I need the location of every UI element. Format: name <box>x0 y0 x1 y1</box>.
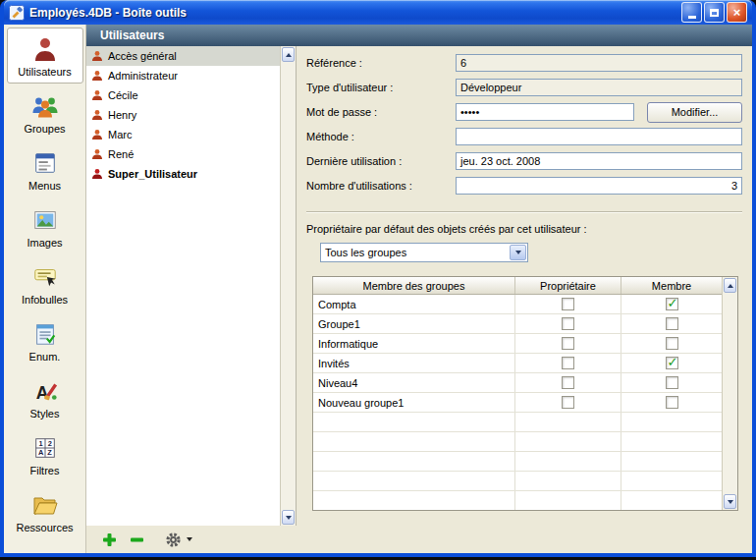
column-header-proprietaire: Propriétaire <box>515 277 621 294</box>
minimize-button[interactable] <box>681 2 702 23</box>
scroll-down-button[interactable] <box>282 510 295 525</box>
proprietaire-checkbox[interactable] <box>562 357 574 369</box>
last-use-field[interactable]: jeu. 23 oct. 2008 <box>456 152 742 170</box>
add-user-button[interactable] <box>102 532 117 547</box>
empty-table-row <box>313 491 722 511</box>
user-row[interactable]: René <box>86 144 280 164</box>
user-row[interactable]: Accès général <box>86 46 280 66</box>
maximize-icon <box>710 9 719 17</box>
password-label: Mot de passe : <box>306 106 456 118</box>
table-header: Membre des groupes Propriétaire Membre <box>313 277 722 295</box>
arrow-down-icon <box>728 500 733 504</box>
table-row[interactable]: Informatique <box>313 334 722 354</box>
membre-checkbox[interactable] <box>666 317 678 330</box>
last-use-label: Dernière utilisation : <box>306 155 456 167</box>
user-icon <box>91 50 103 62</box>
sidebar: Utilisateurs Groupes Menus Images <box>4 25 86 553</box>
table-row[interactable]: Invités <box>313 354 722 373</box>
selected-owner: Tous les groupes <box>325 247 406 258</box>
sidebar-item-infobulles[interactable]: Infobulles <box>7 255 83 311</box>
empty-table-row <box>313 413 722 432</box>
close-button[interactable]: × <box>727 2 747 23</box>
table-row[interactable]: Nouveau groupe1 <box>313 393 722 413</box>
remove-user-button[interactable] <box>130 532 144 547</box>
title-bar[interactable]: Employés.4DB - Boîte outils × <box>4 0 752 25</box>
images-icon <box>30 205 60 235</box>
scroll-down-button[interactable] <box>724 494 736 509</box>
proprietaire-checkbox[interactable] <box>562 376 574 389</box>
user-list: Accès général Administrateur Cécile <box>86 46 297 526</box>
default-owner-label: Propriétaire par défaut des objets créés… <box>306 223 742 235</box>
arrow-up-icon <box>728 284 733 288</box>
user-icon <box>91 89 103 101</box>
modify-password-button[interactable]: Modifier... <box>647 102 742 123</box>
user-row[interactable]: Henry <box>86 105 280 125</box>
scroll-up-button[interactable] <box>282 47 295 62</box>
maximize-button[interactable] <box>704 2 725 23</box>
svg-text:A: A <box>35 383 48 403</box>
membre-checkbox[interactable] <box>666 376 678 389</box>
membre-checkbox[interactable] <box>666 298 678 310</box>
table-row[interactable]: Groupe1 <box>313 314 722 334</box>
user-row[interactable]: Marc <box>86 125 280 144</box>
user-icon <box>91 70 103 82</box>
styles-icon: A <box>30 376 60 406</box>
password-field[interactable]: ••••• <box>456 103 634 121</box>
chevron-down-icon <box>187 537 192 541</box>
membre-checkbox[interactable] <box>666 357 678 369</box>
empty-table-row <box>313 432 722 452</box>
users-icon <box>30 34 60 64</box>
svg-text:A: A <box>38 448 44 457</box>
default-owner-select[interactable]: Tous les groupes <box>320 243 528 262</box>
user-row[interactable]: Administrateur <box>86 66 280 85</box>
sidebar-item-images[interactable]: Images <box>7 198 83 254</box>
membre-checkbox[interactable] <box>666 396 678 409</box>
proprietaire-checkbox[interactable] <box>562 337 574 350</box>
table-row[interactable]: Compta <box>313 295 722 314</box>
sidebar-item-utilisateurs[interactable]: Utilisateurs <box>7 28 83 84</box>
method-label: Méthode : <box>306 131 456 142</box>
svg-text:Z: Z <box>47 448 52 457</box>
user-icon <box>91 109 103 121</box>
sidebar-item-menus[interactable]: Menus <box>7 141 83 197</box>
actions-menu-button[interactable] <box>165 532 192 548</box>
proprietaire-checkbox[interactable] <box>562 317 574 330</box>
filters-icon: 12AZ <box>30 433 60 463</box>
empty-table-row <box>313 452 722 472</box>
tooltip-icon <box>30 262 60 292</box>
groups-icon <box>30 91 60 121</box>
method-field[interactable] <box>456 128 742 145</box>
panel-title: Utilisateurs <box>100 28 164 42</box>
enum-icon <box>30 319 60 349</box>
use-count-field[interactable]: 3 <box>456 177 742 195</box>
chevron-down-icon <box>515 251 521 254</box>
separator <box>306 211 742 213</box>
sidebar-item-enum[interactable]: Enum. <box>7 312 83 368</box>
app-icon <box>9 5 25 21</box>
sidebar-item-groupes[interactable]: Groupes <box>7 84 83 140</box>
proprietaire-checkbox[interactable] <box>562 396 574 409</box>
sidebar-item-filtres[interactable]: 12AZ Filtres <box>7 426 83 482</box>
arrow-up-icon <box>286 53 292 57</box>
user-icon <box>91 168 103 180</box>
user-row[interactable]: Super_Utilisateur <box>86 164 280 184</box>
reference-label: Référence : <box>306 57 456 69</box>
combo-dropdown-button[interactable] <box>510 245 526 260</box>
sidebar-item-styles[interactable]: A Styles <box>7 369 83 425</box>
folder-icon <box>30 490 60 520</box>
reference-field[interactable]: 6 <box>456 54 742 72</box>
user-detail-form: Référence : 6 Type d'utilisateur : Dével… <box>297 46 752 526</box>
column-header-membre: Membre <box>621 277 722 294</box>
user-row[interactable]: Cécile <box>86 85 280 105</box>
membre-checkbox[interactable] <box>666 337 678 350</box>
proprietaire-checkbox[interactable] <box>562 298 574 310</box>
table-row[interactable]: Niveau4 <box>313 373 722 393</box>
arrow-down-icon <box>286 516 292 520</box>
scroll-up-button[interactable] <box>724 278 736 293</box>
user-icon <box>91 148 103 160</box>
user-list-scrollbar[interactable] <box>280 46 296 526</box>
table-scrollbar[interactable] <box>722 277 737 510</box>
minus-icon <box>130 532 144 547</box>
user-type-field[interactable]: Développeur <box>456 79 742 96</box>
sidebar-item-ressources[interactable]: Ressources <box>7 483 83 539</box>
